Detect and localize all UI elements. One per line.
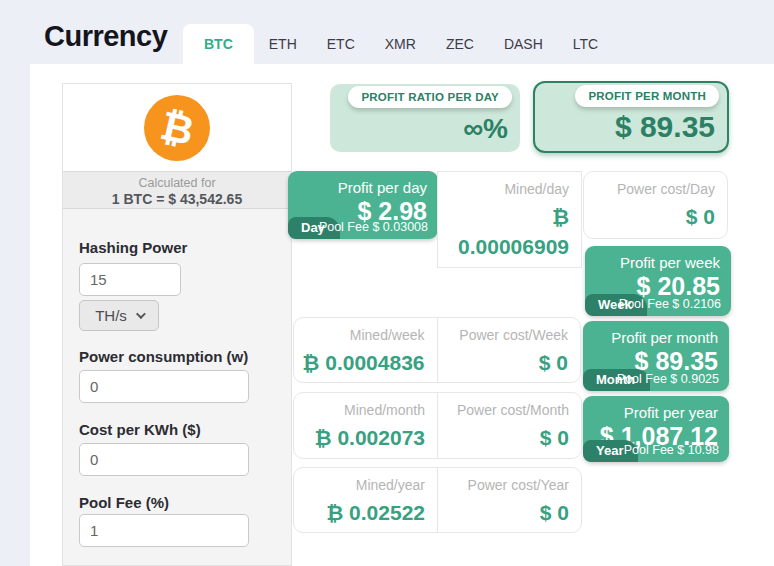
bitcoin-glyph: ₿	[157, 104, 198, 150]
profit-ratio-per-day-card: PROFIT RATIO PER DAY ∞%	[330, 84, 520, 152]
calculated-for-label: Calculated for	[63, 176, 291, 190]
power-cost-month-cell: Power cost/Month $ 0	[437, 393, 581, 458]
hashing-power-input[interactable]	[79, 263, 181, 296]
stat-value: ₿ 0.002073	[302, 423, 425, 453]
chevron-down-icon	[136, 309, 146, 319]
power-cost-day-cell: Power cost/Day $ 0	[583, 171, 728, 239]
stat-value: $ 0	[592, 202, 715, 232]
stat-label: Mined/month	[344, 402, 425, 418]
power-cost-year-cell: Power cost/Year $ 0	[437, 468, 581, 532]
profit-card-title: Profit per month	[611, 329, 718, 346]
stat-label: Power cost/Month	[457, 402, 569, 418]
stat-value: ₿ 0.02522	[302, 498, 425, 528]
profit-card-title: Profit per day	[338, 179, 427, 196]
stat-value: $ 0	[446, 348, 569, 378]
stat-label: Power cost/Day	[617, 181, 715, 197]
stat-label: Power cost/Year	[468, 477, 569, 493]
profit-per-month-card: Profit per month $ 89.35 Month Pool Fee …	[583, 321, 729, 391]
profit-per-year-card: Profit per year $ 1,087.12 Year Pool Fee…	[583, 396, 729, 462]
coin-logo-card: ₿	[63, 84, 291, 171]
profit-per-month-summary-card: PROFIT PER MONTH $ 89.35	[533, 81, 729, 153]
pool-fee-amount: Pool Fee $ 0.9025	[617, 372, 719, 386]
profit-card-title: Profit per year	[624, 404, 718, 421]
hashing-power-label: Hashing Power	[79, 239, 187, 256]
pool-fee-label: Pool Fee (%)	[79, 494, 169, 511]
cost-per-kwh-input[interactable]	[79, 443, 249, 476]
tab-dash[interactable]: DASH	[489, 24, 558, 64]
month-stats-row: Mined/month ₿ 0.002073 Power cost/Month …	[293, 392, 582, 459]
profit-per-week-card: Profit per week $ 20.85 Week Pool Fee $ …	[585, 246, 731, 316]
profit-ratio-value: ∞%	[463, 113, 508, 145]
mined-week-cell: Mined/week ₿ 0.0004836	[294, 318, 437, 382]
hash-unit-select[interactable]: TH/s	[79, 300, 159, 331]
calculator-sidebar: ₿ Calculated for 1 BTC = $ 43,542.65 Has…	[62, 83, 292, 566]
stat-value: $ 0	[446, 498, 569, 528]
mined-day-cell: Mined/day ₿ 0.00006909	[437, 171, 582, 268]
profit-per-month-badge: PROFIT PER MONTH	[575, 85, 719, 107]
profit-per-day-card: Profit per day $ 2.98 Day Pool Fee $ 0.0…	[288, 171, 438, 239]
stat-label: Mined/week	[350, 327, 425, 343]
pool-fee-input[interactable]	[79, 514, 249, 547]
power-cost-week-cell: Power cost/Week $ 0	[437, 318, 581, 382]
mined-month-cell: Mined/month ₿ 0.002073	[294, 393, 437, 458]
tab-xmr[interactable]: XMR	[370, 24, 431, 64]
pool-fee-amount: Pool Fee $ 0.2106	[619, 297, 721, 311]
stat-value: $ 0	[446, 423, 569, 453]
week-stats-row: Mined/week ₿ 0.0004836 Power cost/Week $…	[293, 317, 581, 383]
mined-year-cell: Mined/year ₿ 0.02522	[294, 468, 437, 532]
stat-label: Power cost/Week	[459, 327, 568, 343]
tab-ltc[interactable]: LTC	[558, 24, 613, 64]
exchange-rate-box: Calculated for 1 BTC = $ 43,542.65	[63, 171, 291, 209]
profit-ratio-badge: PROFIT RATIO PER DAY	[348, 86, 512, 108]
power-consumption-input[interactable]	[79, 370, 249, 403]
profit-per-month-value: $ 89.35	[615, 110, 715, 144]
power-consumption-label: Power consumption (w)	[79, 348, 248, 365]
currency-tabbar: BTC ETH ETC XMR ZEC DASH LTC	[183, 24, 613, 64]
hash-unit-value: TH/s	[95, 307, 127, 324]
profit-card-title: Profit per week	[620, 254, 720, 271]
stat-label: Mined/day	[504, 181, 569, 197]
pool-fee-amount: Pool Fee $ 10.98	[624, 443, 719, 457]
stat-value: ₿ 0.0004836	[302, 348, 425, 378]
cost-per-kwh-label: Cost per KWh ($)	[79, 421, 201, 438]
tab-btc[interactable]: BTC	[183, 24, 254, 64]
pool-fee-amount: Pool Fee $ 0.03008	[319, 220, 428, 234]
stat-label: Mined/year	[356, 477, 425, 493]
exchange-rate-value: 1 BTC = $ 43,542.65	[63, 191, 291, 207]
tab-etc[interactable]: ETC	[312, 24, 370, 64]
year-stats-row: Mined/year ₿ 0.02522 Power cost/Year $ 0	[293, 467, 582, 533]
page-title: Currency	[44, 20, 167, 53]
bitcoin-icon: ₿	[144, 95, 210, 161]
tab-eth[interactable]: ETH	[254, 24, 312, 64]
stat-value: ₿ 0.00006909	[446, 202, 569, 263]
tab-zec[interactable]: ZEC	[431, 24, 489, 64]
